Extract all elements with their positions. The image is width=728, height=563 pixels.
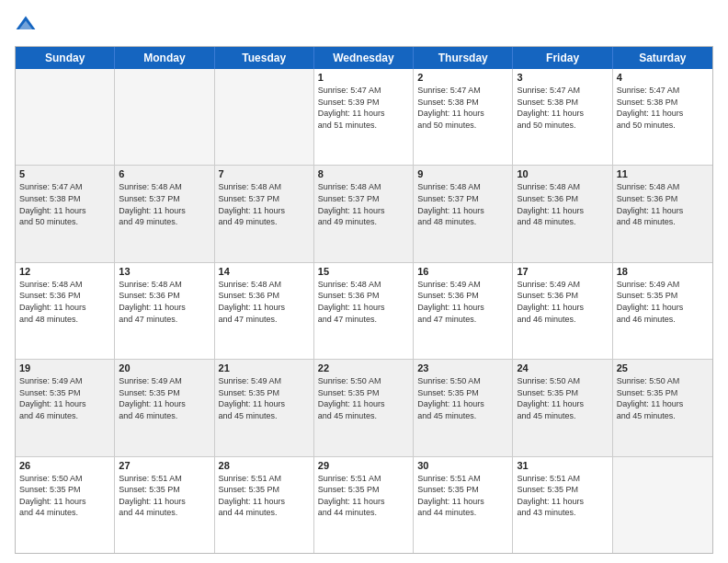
calendar-cell: 8Sunrise: 5:48 AM Sunset: 5:37 PM Daylig… [314,166,414,261]
day-header-sunday: Sunday [16,47,115,69]
cell-content: Sunrise: 5:48 AM Sunset: 5:36 PM Dayligh… [617,181,709,227]
day-header-thursday: Thursday [414,47,513,69]
day-number: 3 [517,72,608,83]
cell-content: Sunrise: 5:48 AM Sunset: 5:37 PM Dayligh… [417,181,508,227]
calendar-cell: 16Sunrise: 5:49 AM Sunset: 5:36 PM Dayli… [414,263,513,359]
cell-content: Sunrise: 5:49 AM Sunset: 5:35 PM Dayligh… [617,279,709,325]
cell-content: Sunrise: 5:51 AM Sunset: 5:35 PM Dayligh… [517,473,608,519]
calendar-header: SundayMondayTuesdayWednesdayThursdayFrid… [16,47,712,69]
day-number: 24 [517,362,608,373]
cell-content: Sunrise: 5:51 AM Sunset: 5:35 PM Dayligh… [318,473,409,519]
calendar-cell: 7Sunrise: 5:48 AM Sunset: 5:37 PM Daylig… [215,166,314,261]
calendar-cell: 27Sunrise: 5:51 AM Sunset: 5:35 PM Dayli… [115,457,214,553]
calendar-cell: 22Sunrise: 5:50 AM Sunset: 5:35 PM Dayli… [314,360,414,455]
calendar-cell [613,457,712,553]
cell-content: Sunrise: 5:51 AM Sunset: 5:35 PM Dayligh… [219,473,310,519]
day-number: 31 [517,460,608,471]
day-header-wednesday: Wednesday [314,47,414,69]
calendar-cell: 9Sunrise: 5:48 AM Sunset: 5:37 PM Daylig… [414,166,513,261]
cell-content: Sunrise: 5:49 AM Sunset: 5:35 PM Dayligh… [19,375,110,421]
cell-content: Sunrise: 5:50 AM Sunset: 5:35 PM Dayligh… [617,375,709,421]
calendar-cell: 23Sunrise: 5:50 AM Sunset: 5:35 PM Dayli… [414,360,513,455]
day-number: 9 [417,168,508,179]
day-header-tuesday: Tuesday [215,47,314,69]
day-number: 29 [318,460,409,471]
calendar-cell: 20Sunrise: 5:49 AM Sunset: 5:35 PM Dayli… [115,360,214,455]
cell-content: Sunrise: 5:49 AM Sunset: 5:36 PM Dayligh… [417,279,508,325]
day-number: 11 [617,168,709,179]
calendar-week-2: 5Sunrise: 5:47 AM Sunset: 5:38 PM Daylig… [16,165,712,261]
day-header-saturday: Saturday [613,47,712,69]
calendar-cell: 28Sunrise: 5:51 AM Sunset: 5:35 PM Dayli… [215,457,314,553]
cell-content: Sunrise: 5:47 AM Sunset: 5:39 PM Dayligh… [318,85,409,131]
logo-icon [15,15,37,37]
day-number: 28 [219,460,310,471]
day-number: 13 [119,266,210,277]
calendar-cell: 13Sunrise: 5:48 AM Sunset: 5:36 PM Dayli… [115,263,214,359]
calendar-cell: 1Sunrise: 5:47 AM Sunset: 5:39 PM Daylig… [314,69,414,165]
cell-content: Sunrise: 5:48 AM Sunset: 5:36 PM Dayligh… [517,181,608,227]
day-number: 23 [417,362,508,373]
calendar-cell: 5Sunrise: 5:47 AM Sunset: 5:38 PM Daylig… [16,166,115,261]
page: SundayMondayTuesdayWednesdayThursdayFrid… [0,0,728,563]
calendar-cell: 24Sunrise: 5:50 AM Sunset: 5:35 PM Dayli… [513,360,612,455]
day-number: 12 [19,266,110,277]
calendar-cell [215,69,314,165]
calendar-cell: 29Sunrise: 5:51 AM Sunset: 5:35 PM Dayli… [314,457,414,553]
calendar-cell: 31Sunrise: 5:51 AM Sunset: 5:35 PM Dayli… [513,457,612,553]
calendar-body: 1Sunrise: 5:47 AM Sunset: 5:39 PM Daylig… [16,69,712,553]
calendar-cell: 15Sunrise: 5:48 AM Sunset: 5:36 PM Dayli… [314,263,414,359]
day-number: 27 [119,460,210,471]
day-number: 30 [417,460,508,471]
day-number: 10 [517,168,608,179]
cell-content: Sunrise: 5:47 AM Sunset: 5:38 PM Dayligh… [617,85,709,131]
day-number: 5 [19,168,110,179]
day-header-monday: Monday [115,47,214,69]
calendar-cell: 6Sunrise: 5:48 AM Sunset: 5:37 PM Daylig… [115,166,214,261]
calendar: SundayMondayTuesdayWednesdayThursdayFrid… [15,46,713,554]
cell-content: Sunrise: 5:50 AM Sunset: 5:35 PM Dayligh… [318,375,409,421]
cell-content: Sunrise: 5:48 AM Sunset: 5:37 PM Dayligh… [318,181,409,227]
day-number: 22 [318,362,409,373]
calendar-week-5: 26Sunrise: 5:50 AM Sunset: 5:35 PM Dayli… [16,456,712,553]
calendar-cell [115,69,214,165]
cell-content: Sunrise: 5:49 AM Sunset: 5:35 PM Dayligh… [119,375,210,421]
cell-content: Sunrise: 5:50 AM Sunset: 5:35 PM Dayligh… [517,375,608,421]
cell-content: Sunrise: 5:48 AM Sunset: 5:37 PM Dayligh… [219,181,310,227]
cell-content: Sunrise: 5:47 AM Sunset: 5:38 PM Dayligh… [19,181,110,227]
calendar-cell: 4Sunrise: 5:47 AM Sunset: 5:38 PM Daylig… [613,69,712,165]
day-number: 2 [417,72,508,83]
cell-content: Sunrise: 5:48 AM Sunset: 5:36 PM Dayligh… [219,279,310,325]
cell-content: Sunrise: 5:49 AM Sunset: 5:35 PM Dayligh… [219,375,310,421]
calendar-cell: 11Sunrise: 5:48 AM Sunset: 5:36 PM Dayli… [613,166,712,261]
calendar-cell: 30Sunrise: 5:51 AM Sunset: 5:35 PM Dayli… [414,457,513,553]
calendar-week-1: 1Sunrise: 5:47 AM Sunset: 5:39 PM Daylig… [16,69,712,165]
calendar-cell: 14Sunrise: 5:48 AM Sunset: 5:36 PM Dayli… [215,263,314,359]
day-number: 19 [19,362,110,373]
day-number: 15 [318,266,409,277]
calendar-week-4: 19Sunrise: 5:49 AM Sunset: 5:35 PM Dayli… [16,359,712,455]
cell-content: Sunrise: 5:51 AM Sunset: 5:35 PM Dayligh… [119,473,210,519]
day-number: 7 [219,168,310,179]
day-number: 14 [219,266,310,277]
calendar-cell [16,69,115,165]
day-number: 6 [119,168,210,179]
calendar-cell: 2Sunrise: 5:47 AM Sunset: 5:38 PM Daylig… [414,69,513,165]
day-number: 16 [417,266,508,277]
calendar-cell: 10Sunrise: 5:48 AM Sunset: 5:36 PM Dayli… [513,166,612,261]
cell-content: Sunrise: 5:48 AM Sunset: 5:36 PM Dayligh… [19,279,110,325]
day-number: 1 [318,72,409,83]
day-header-friday: Friday [513,47,612,69]
calendar-cell: 18Sunrise: 5:49 AM Sunset: 5:35 PM Dayli… [613,263,712,359]
day-number: 21 [219,362,310,373]
calendar-cell: 26Sunrise: 5:50 AM Sunset: 5:35 PM Dayli… [16,457,115,553]
cell-content: Sunrise: 5:50 AM Sunset: 5:35 PM Dayligh… [19,473,110,519]
day-number: 17 [517,266,608,277]
cell-content: Sunrise: 5:50 AM Sunset: 5:35 PM Dayligh… [417,375,508,421]
cell-content: Sunrise: 5:51 AM Sunset: 5:35 PM Dayligh… [417,473,508,519]
day-number: 25 [617,362,709,373]
day-number: 20 [119,362,210,373]
logo [15,15,40,37]
day-number: 18 [617,266,709,277]
calendar-cell: 25Sunrise: 5:50 AM Sunset: 5:35 PM Dayli… [613,360,712,455]
